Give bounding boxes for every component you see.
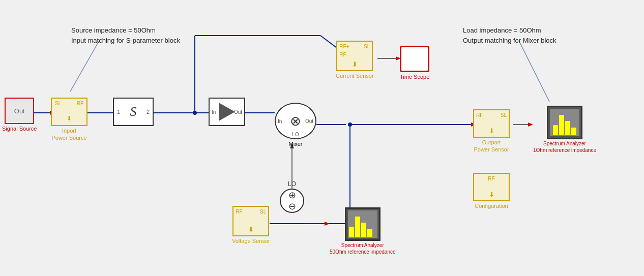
outport-ps-box: RF SL ⬇ (473, 109, 510, 138)
diagram-canvas: Source impedance = 50Ohm Input matching … (0, 0, 644, 276)
current-sensor-box: RF+ RF- SL ⬇ (336, 41, 373, 71)
outport-ps-block[interactable]: RF SL ⬇ OutportPower Sensor (473, 109, 510, 154)
configuration-block[interactable]: RF ⬇ Configuration (473, 173, 510, 209)
amplifier-box: In Out (209, 98, 245, 126)
spec-bar-3 (565, 121, 570, 135)
spec-bot-bar-1 (349, 227, 354, 237)
amp-in-label: In (212, 109, 216, 115)
cs-rfm-label: RF- (339, 52, 348, 57)
spectrum-right-label: Spectrum Analyzer1Ohm reference impedanc… (533, 140, 596, 154)
vs-arrow: ⬇ (248, 226, 254, 233)
signal-source-box: Out (5, 98, 34, 124)
time-scope-box (400, 46, 429, 72)
inport-sl-label: SL (55, 101, 61, 106)
sparam-port1: 1 (117, 109, 120, 115)
mixer-block[interactable]: In ⊗ Out LO Mixer (275, 103, 316, 147)
svg-marker-21 (325, 222, 330, 226)
ops-rf-label: RF (476, 112, 483, 118)
inport-rf-label: RF (77, 101, 83, 106)
spec-bar-4 (571, 128, 576, 135)
spec-bar-2 (559, 115, 564, 135)
spectrum-right-inner (550, 109, 579, 136)
inport-arrow: ⬇ (67, 115, 72, 122)
mixer-out-label: Out (305, 118, 313, 124)
ops-sl-label: SL (501, 112, 507, 118)
sparam-symbol: S (130, 104, 137, 119)
current-sensor-label: Current Sensor (336, 72, 374, 79)
inport-ps-label: InportPower Source (51, 127, 86, 142)
time-scope-block[interactable]: Time Scope (400, 46, 429, 80)
lo-source-box: ⊕⊖ (280, 189, 304, 213)
configuration-box: RF ⬇ (473, 173, 510, 201)
spec-bar-1 (553, 125, 558, 135)
inport-power-source-block[interactable]: SL RF ⬇ InportPower Source (51, 98, 87, 142)
vs-rf-label: RF (236, 209, 242, 214)
spectrum-bottom-box (345, 207, 380, 241)
cs-sl-label: SL (364, 44, 370, 49)
mixer-lo-label: LO (292, 132, 299, 137)
time-scope-label: Time Scope (400, 73, 429, 80)
outport-ps-label: OutportPower Sensor (474, 139, 509, 154)
svg-line-24 (70, 41, 99, 91)
cs-rfp-label: RF+ (339, 44, 349, 49)
svg-marker-10 (528, 122, 533, 127)
annotation-right: Load impedance = 50Ohm Output matching f… (463, 25, 557, 45)
spectrum-analyzer-right-block[interactable]: Spectrum Analyzer1Ohm reference impedanc… (533, 106, 596, 154)
mixer-in-label: In (278, 118, 282, 124)
annotation-left: Source impedance = 50Ohm Input matching … (71, 25, 180, 45)
spectrum-bottom-label: Spectrum Analyzer50Ohm reference impedan… (330, 242, 396, 255)
spectrum-right-box (547, 106, 582, 139)
cs-arrow: ⬇ (352, 60, 358, 68)
mixer-symbol: ⊗ (290, 113, 301, 129)
spec-bot-bar-3 (361, 223, 366, 237)
svg-point-23 (193, 111, 197, 115)
configuration-label: Configuration (475, 202, 508, 209)
lo-source-block[interactable]: LO ⊕⊖ (280, 180, 304, 213)
mixer-box: In ⊗ Out LO (275, 103, 316, 139)
amp-out-label: Out (234, 109, 242, 115)
sparam-block[interactable]: 1 S 2 (113, 98, 154, 127)
lo-symbol: ⊕⊖ (288, 190, 296, 212)
current-sensor-block[interactable]: RF+ RF- SL ⬇ Current Sensor (336, 41, 374, 79)
spec-bot-bar-2 (355, 217, 360, 237)
spectrum-analyzer-bottom-block[interactable]: Spectrum Analyzer50Ohm reference impedan… (330, 207, 396, 255)
inport-ps-box: SL RF ⬇ (51, 98, 87, 126)
sparam-box: 1 S 2 (113, 98, 154, 126)
spec-bot-bar-4 (367, 229, 372, 237)
signal-source-block[interactable]: Out Signal Source (2, 98, 37, 132)
svg-line-25 (519, 41, 549, 102)
mixer-label: Mixer (289, 140, 303, 147)
lo-label: LO (288, 180, 296, 188)
voltage-sensor-box: RF SL ⬇ (232, 206, 269, 236)
signal-source-label: Signal Source (2, 125, 37, 132)
amplifier-triangle (219, 103, 235, 121)
ops-arrow: ⬇ (489, 127, 494, 135)
svg-point-22 (348, 122, 352, 127)
voltage-sensor-label: Voltage Sensor (232, 237, 270, 244)
config-rf-label: RF (488, 176, 494, 181)
voltage-sensor-block[interactable]: RF SL ⬇ Voltage Sensor (232, 206, 270, 244)
spectrum-bottom-inner (348, 210, 377, 238)
sparam-port2: 2 (147, 109, 150, 115)
config-arrow: ⬇ (489, 191, 494, 198)
vs-sl-label: SL (260, 209, 266, 214)
amplifier-block[interactable]: In Out (209, 98, 245, 126)
